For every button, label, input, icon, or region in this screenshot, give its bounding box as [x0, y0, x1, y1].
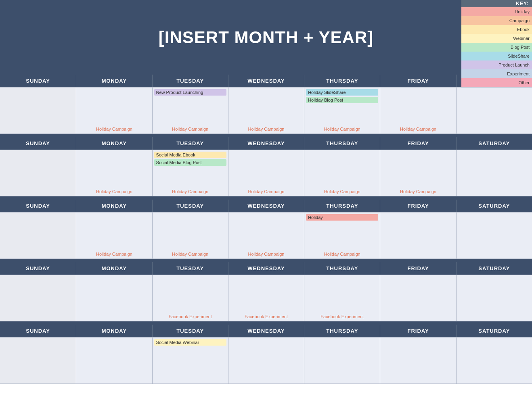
cell-bottom: Holiday Campaign: [228, 188, 304, 196]
day-cell-w3-tue: Holiday Campaign: [152, 212, 228, 258]
key-panel: KEY: Holiday Campaign Ebook Webinar Blog…: [461, 0, 532, 87]
day-header-tuesday-1: TUESDAY: [152, 75, 228, 87]
day-cell-w2-sun: [0, 150, 76, 196]
event-tag: Social Media Webinar: [154, 339, 226, 346]
day-header-thursday-2: THURSDAY: [304, 137, 380, 150]
day-header-friday-1: FRIDAY: [380, 75, 456, 87]
week-separator-1: [0, 134, 532, 137]
cell-events: [153, 275, 228, 313]
key-experiment: Experiment: [461, 69, 532, 78]
day-cell-w2-wed: Holiday Campaign: [228, 150, 304, 196]
cell-label: Facebook Experiment: [304, 313, 380, 320]
cell-events: [153, 213, 228, 250]
day-header-row-4: SUNDAY MONDAY TUESDAY WEDNESDAY THURSDAY…: [0, 262, 532, 275]
cell-events: [228, 338, 304, 384]
cell-events: [0, 338, 76, 384]
day-cell-w4-sat: [456, 275, 532, 321]
cell-bottom: Facebook Experiment: [304, 313, 380, 321]
key-blogpost: Blog Post: [461, 43, 532, 52]
event-tag: Holiday: [306, 214, 378, 221]
cell-events: [0, 275, 76, 321]
cell-label: Holiday Campaign: [228, 250, 304, 258]
day-cell-w4-sun: [0, 275, 76, 321]
day-header-saturday-4: SATURDAY: [456, 262, 532, 275]
day-header-monday-4: MONDAY: [76, 262, 152, 275]
day-cell-w3-wed: Holiday Campaign: [228, 212, 304, 258]
day-header-thursday-4: THURSDAY: [304, 262, 380, 275]
cell-bottom: Holiday Campaign: [153, 188, 228, 196]
cell-events: [380, 88, 456, 125]
day-header-thursday-3: THURSDAY: [304, 200, 380, 212]
day-cell-w5-mon: [76, 337, 152, 384]
cell-bottom: Holiday Campaign: [76, 250, 152, 258]
day-header-row-5: SUNDAY MONDAY TUESDAY WEDNESDAY THURSDAY…: [0, 325, 532, 337]
cell-label: Holiday Campaign: [153, 125, 228, 133]
event-tag: Holiday Blog Post: [306, 97, 378, 103]
day-cell-w5-sun: [0, 337, 76, 384]
cell-bottom: Holiday Campaign: [153, 250, 228, 258]
day-header-saturday-5: SATURDAY: [456, 325, 532, 337]
week-row-4: Facebook Experiment Facebook Experiment …: [0, 275, 532, 321]
cell-events: Social Media Webinar: [153, 338, 228, 384]
day-header-friday-2: FRIDAY: [380, 137, 456, 150]
day-cell-w3-mon: Holiday Campaign: [76, 212, 152, 258]
cell-events: [0, 88, 76, 133]
cell-label: Holiday Campaign: [153, 188, 228, 195]
day-cell-w2-mon: Holiday Campaign: [76, 150, 152, 196]
day-header-wednesday-1: WEDNESDAY: [228, 75, 304, 87]
cell-bottom: Holiday Campaign: [380, 188, 456, 196]
day-cell-w2-sat: [456, 150, 532, 196]
key-holiday: Holiday: [461, 7, 532, 16]
day-header-thursday-1: THURSDAY: [304, 75, 380, 87]
cell-label: Holiday Campaign: [304, 250, 380, 258]
cell-bottom: Holiday Campaign: [304, 188, 380, 196]
day-header-wednesday-2: WEDNESDAY: [228, 137, 304, 150]
cell-events: [380, 338, 456, 384]
day-header-sunday-4: SUNDAY: [0, 262, 76, 275]
cell-events: [76, 213, 152, 250]
calendar: SUNDAY MONDAY TUESDAY WEDNESDAY THURSDAY…: [0, 75, 532, 384]
key-ebook: Ebook: [461, 25, 532, 34]
cell-label: Holiday Campaign: [304, 188, 380, 195]
day-cell-w3-thu: Holiday Holiday Campaign: [304, 212, 380, 258]
day-header-row-3: SUNDAY MONDAY TUESDAY WEDNESDAY THURSDAY…: [0, 200, 532, 212]
day-cell-w1-thu: Holiday SlideShare Holiday Blog Post Hol…: [304, 87, 380, 133]
cell-label: Holiday Campaign: [76, 250, 152, 258]
day-cell-w1-sat: [456, 87, 532, 133]
cell-events: [228, 150, 304, 188]
day-cell-w4-mon: [76, 275, 152, 321]
cell-events: [380, 213, 456, 258]
cell-bottom: Holiday Campaign: [228, 125, 304, 133]
day-header-sunday-2: SUNDAY: [0, 137, 76, 150]
cell-label: Holiday Campaign: [304, 125, 380, 133]
day-cell-w5-thu: [304, 337, 380, 384]
key-webinar: Webinar: [461, 34, 532, 43]
cell-label: Holiday Campaign: [380, 188, 456, 195]
cell-bottom: Facebook Experiment: [228, 313, 304, 321]
day-header-sunday-5: SUNDAY: [0, 325, 76, 337]
day-header-saturday-3: SATURDAY: [456, 200, 532, 212]
day-header-row-2: SUNDAY MONDAY TUESDAY WEDNESDAY THURSDAY…: [0, 137, 532, 150]
week-row-1: Holiday Campaign New Product Launching H…: [0, 87, 532, 134]
key-title: KEY:: [461, 0, 532, 7]
cell-label: Holiday Campaign: [76, 188, 152, 195]
day-header-friday-4: FRIDAY: [380, 262, 456, 275]
day-header-monday-1: MONDAY: [76, 75, 152, 87]
day-header-saturday-2: SATURDAY: [456, 137, 532, 150]
day-cell-w1-fri: Holiday Campaign: [380, 87, 456, 133]
day-cell-w1-sun: [0, 87, 76, 133]
cell-bottom: Holiday Campaign: [304, 125, 380, 133]
cell-events: [457, 213, 532, 258]
cell-label: Holiday Campaign: [76, 125, 152, 133]
cell-bottom: Holiday Campaign: [76, 188, 152, 196]
day-header-row-1: SUNDAY MONDAY TUESDAY WEDNESDAY THURSDAY…: [0, 75, 532, 87]
cell-events: [228, 213, 304, 250]
day-header-monday-3: MONDAY: [76, 200, 152, 212]
day-cell-w3-sun: [0, 212, 76, 258]
day-header-wednesday-5: WEDNESDAY: [228, 325, 304, 337]
cell-events: [76, 275, 152, 321]
day-cell-w5-sat: [456, 337, 532, 384]
week-separator-4: [0, 321, 532, 325]
week-row-5: Social Media Webinar: [0, 337, 532, 384]
cell-events: [0, 150, 76, 196]
